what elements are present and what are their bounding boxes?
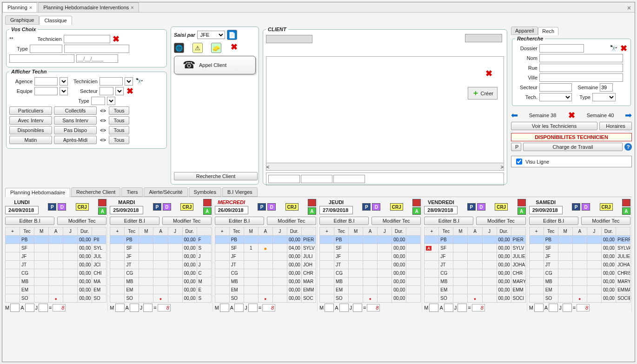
table-row[interactable]: SO00,00SO xyxy=(6,294,106,303)
col-header[interactable]: J xyxy=(482,227,497,236)
table-row[interactable]: SO00,00SOCIET xyxy=(529,294,630,303)
badge-rec[interactable] xyxy=(203,199,212,206)
badge-a[interactable]: A xyxy=(308,207,316,215)
arrow-left-icon[interactable] xyxy=(511,110,518,120)
table-row[interactable]: JT00,00JOHA xyxy=(425,261,525,269)
table-row[interactable]: PB00,00PIER xyxy=(425,236,525,244)
badge-crj[interactable]: CRJ xyxy=(600,203,613,211)
technicien-dropdown[interactable] xyxy=(125,77,133,86)
col-header[interactable] xyxy=(616,227,630,236)
horaires-button[interactable]: Horaires xyxy=(599,122,632,130)
table-row[interactable]: CG00,00 xyxy=(319,269,420,278)
delete-icon[interactable]: ✖ xyxy=(230,43,238,51)
filter-button[interactable]: Collectifs xyxy=(54,106,97,115)
table-row[interactable]: SO00,00SOC xyxy=(215,294,316,303)
table-row[interactable]: CG00,00CHR xyxy=(425,269,525,278)
warning-icon[interactable]: ⚠ xyxy=(192,43,203,53)
editer-bi-button[interactable]: Editer B.I xyxy=(215,217,264,225)
col-header[interactable]: A xyxy=(363,227,378,236)
delete-icon[interactable]: ✖ xyxy=(567,111,576,119)
badge-rec[interactable] xyxy=(518,199,526,206)
modifier-tec-button[interactable]: Modifier Tec xyxy=(476,217,525,225)
col-header[interactable]: M xyxy=(453,227,468,236)
binoculars-icon[interactable] xyxy=(609,44,617,53)
badge-d[interactable]: D xyxy=(372,203,380,211)
col-header[interactable]: Tec xyxy=(125,227,139,236)
binoculars-icon[interactable] xyxy=(135,77,143,86)
table-row[interactable]: PB00,00 xyxy=(319,236,420,244)
table-row[interactable]: PB00,00F xyxy=(110,236,211,244)
filter-button[interactable]: Particuliers xyxy=(9,106,52,115)
j-input[interactable] xyxy=(143,304,153,312)
badge-a[interactable]: A xyxy=(622,207,630,215)
filter-button[interactable]: Disponibles xyxy=(9,126,52,134)
editer-bi-button[interactable]: Editer B.I xyxy=(110,217,159,225)
detail-3[interactable] xyxy=(333,175,365,183)
client-code-input[interactable] xyxy=(266,35,312,43)
table-row[interactable]: PB00,00PII xyxy=(6,236,106,244)
filter-button[interactable]: Avec Interv xyxy=(9,116,52,125)
col-header[interactable] xyxy=(406,227,421,236)
visu-ligne-checkbox[interactable]: Visu Ligne xyxy=(511,156,632,167)
j-input[interactable] xyxy=(39,304,48,312)
technicien-input[interactable] xyxy=(100,77,123,86)
col-header[interactable] xyxy=(511,227,525,236)
j-input[interactable] xyxy=(458,304,467,312)
col-header[interactable]: + xyxy=(529,227,544,236)
modifier-tec-button[interactable]: Modifier Tec xyxy=(57,217,106,225)
col-header[interactable]: Tec xyxy=(229,227,244,236)
dossier-input[interactable] xyxy=(539,44,584,53)
col-header[interactable]: J xyxy=(272,227,287,236)
table-row[interactable]: CG00,00CHR xyxy=(215,269,316,278)
badge-crj[interactable]: CRJ xyxy=(180,203,193,211)
bottom-tab[interactable]: Planning Hebdomadaire xyxy=(5,188,70,197)
scrollbar-horizontal[interactable]: <> xyxy=(266,163,504,171)
tab-rech[interactable]: Rech xyxy=(538,27,558,35)
badge-crj[interactable]: CRJ xyxy=(76,203,89,211)
table-row[interactable]: MB00,00M xyxy=(110,278,211,286)
filter-button[interactable]: Sans Interv xyxy=(54,116,97,125)
badge-a[interactable]: A xyxy=(412,207,421,215)
col-header[interactable]: Dur. xyxy=(182,227,197,236)
close-icon[interactable]: × xyxy=(131,5,133,10)
filter-button[interactable]: Après-Midi xyxy=(54,136,97,144)
col-header[interactable] xyxy=(197,227,211,236)
bottom-tab[interactable]: Alerte/Sécurité xyxy=(144,187,187,197)
bottom-tab[interactable]: B.I Vierges xyxy=(222,187,258,197)
table-row[interactable]: CG00,00C xyxy=(110,269,211,278)
editer-bi-button[interactable]: Editer B.I xyxy=(319,217,369,225)
editer-bi-button[interactable]: Editer B.I xyxy=(529,217,578,225)
table-row[interactable]: MB00,00MAR xyxy=(215,278,316,286)
col-header[interactable]: M xyxy=(139,227,153,236)
swap-icon[interactable] xyxy=(99,126,107,134)
table-row[interactable]: JF00,00J xyxy=(110,252,211,261)
next-week-link[interactable]: Semaine 40 xyxy=(587,113,614,118)
semaine-input[interactable] xyxy=(600,83,613,92)
table-row[interactable]: EM00,00EMM xyxy=(215,286,316,294)
free-input[interactable] xyxy=(9,54,74,63)
detail-2[interactable] xyxy=(301,175,332,183)
agence-dropdown[interactable] xyxy=(60,77,68,86)
badge-p[interactable]: P xyxy=(362,203,371,211)
col-header[interactable]: J xyxy=(168,227,182,236)
m-input[interactable] xyxy=(429,304,438,312)
equipe-input[interactable] xyxy=(34,87,58,95)
client-ref-input[interactable] xyxy=(465,34,502,42)
type-desc-input[interactable] xyxy=(64,45,129,53)
table-row[interactable]: JT00,00 xyxy=(319,261,420,269)
table-row[interactable]: EM00,00EMM xyxy=(425,286,525,294)
col-header[interactable]: Tec xyxy=(439,227,453,236)
creer-button[interactable]: ＋Créer xyxy=(468,87,498,99)
table-row[interactable]: EM00,00EM xyxy=(6,286,106,294)
technicien-input[interactable] xyxy=(64,35,110,43)
clear-icon[interactable]: ✖ xyxy=(619,44,628,53)
arrow-right-icon[interactable] xyxy=(625,110,632,120)
tab-appareil[interactable]: Appareil xyxy=(511,26,538,35)
col-header[interactable] xyxy=(301,227,316,236)
col-header[interactable]: J xyxy=(378,227,392,236)
swap-icon[interactable] xyxy=(99,116,107,125)
table-row[interactable]: SF00,00SYLVAIN xyxy=(529,244,630,252)
tous-button[interactable]: Tous xyxy=(109,126,129,134)
bottom-tab[interactable]: Recherche Client xyxy=(71,187,120,197)
col-header[interactable]: A xyxy=(153,227,168,236)
